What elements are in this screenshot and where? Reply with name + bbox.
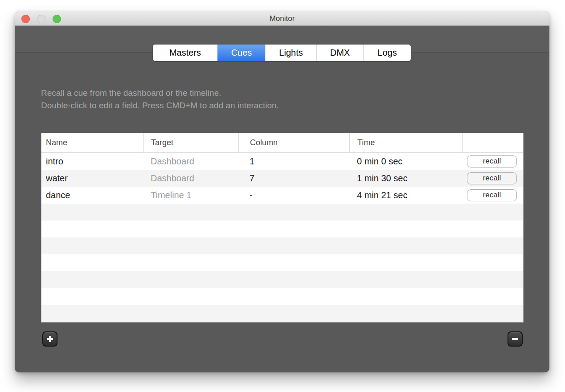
tab-lights[interactable]: Lights bbox=[265, 45, 316, 61]
table-row: dance Timeline 1 - 4 min 21 sec recall bbox=[41, 187, 523, 204]
empty-table-row bbox=[41, 237, 523, 254]
tab-label: DMX bbox=[330, 48, 350, 58]
column-header-target: Target bbox=[143, 133, 238, 152]
minus-icon bbox=[511, 335, 519, 343]
cell-target[interactable]: Dashboard bbox=[143, 170, 238, 187]
table-row: intro Dashboard 1 0 min 0 sec recall bbox=[41, 153, 523, 170]
cell-column[interactable]: 1 bbox=[238, 153, 349, 170]
monitor-window: Monitor MastersCuesLightsDMXLogs Recall … bbox=[15, 12, 549, 372]
tab-masters[interactable]: Masters bbox=[153, 45, 217, 61]
tab-cues[interactable]: Cues bbox=[217, 45, 265, 61]
recall-button[interactable]: recall bbox=[467, 172, 517, 184]
tab-label: Cues bbox=[231, 48, 252, 58]
cell-time[interactable]: 0 min 0 sec bbox=[349, 153, 462, 170]
instructions-line-2: Double-click to edit a field. Press CMD+… bbox=[41, 99, 279, 112]
empty-table-row bbox=[41, 254, 523, 271]
cell-name[interactable]: dance bbox=[41, 187, 143, 204]
tab-label: Logs bbox=[377, 48, 397, 58]
tab-bar: MastersCuesLightsDMXLogs bbox=[153, 45, 411, 61]
recall-button[interactable]: recall bbox=[467, 155, 517, 167]
cell-actions: recall bbox=[462, 187, 523, 204]
add-cue-button[interactable] bbox=[42, 331, 57, 347]
cell-name[interactable]: water bbox=[41, 170, 143, 187]
cell-target[interactable]: Timeline 1 bbox=[143, 187, 238, 204]
cell-actions: recall bbox=[462, 170, 523, 187]
window-title: Monitor bbox=[15, 12, 549, 26]
cell-name[interactable]: intro bbox=[41, 153, 143, 170]
cue-table-body: intro Dashboard 1 0 min 0 sec recall wat… bbox=[41, 153, 523, 322]
title-bar[interactable]: Monitor bbox=[15, 12, 549, 26]
cell-actions: recall bbox=[462, 153, 523, 170]
empty-table-row bbox=[41, 288, 523, 305]
table-row: water Dashboard 7 1 min 30 sec recall bbox=[41, 170, 523, 187]
cell-time[interactable]: 4 min 21 sec bbox=[349, 187, 462, 204]
tab-label: Lights bbox=[279, 48, 303, 58]
table-header-row: Name Target Column Time bbox=[41, 133, 523, 153]
instructions-line-1: Recall a cue from the dashboard or the t… bbox=[41, 87, 279, 99]
empty-table-row bbox=[41, 305, 523, 322]
cell-target[interactable]: Dashboard bbox=[143, 153, 238, 170]
column-header-column: Column bbox=[238, 133, 349, 152]
empty-table-row bbox=[41, 204, 523, 220]
instructions-text: Recall a cue from the dashboard or the t… bbox=[41, 87, 279, 112]
cue-table: Name Target Column Time intro Dashboard … bbox=[41, 133, 524, 323]
remove-cue-button[interactable] bbox=[508, 331, 523, 347]
tab-logs[interactable]: Logs bbox=[363, 45, 411, 61]
tab-dmx[interactable]: DMX bbox=[316, 45, 363, 61]
empty-table-row bbox=[41, 271, 523, 288]
recall-button[interactable]: recall bbox=[467, 189, 517, 201]
cell-column[interactable]: - bbox=[238, 187, 349, 204]
cell-time[interactable]: 1 min 30 sec bbox=[349, 170, 462, 187]
tab-label: Masters bbox=[169, 48, 201, 58]
empty-table-row bbox=[41, 220, 523, 237]
cell-column[interactable]: 7 bbox=[238, 170, 349, 187]
column-header-time: Time bbox=[349, 133, 462, 152]
column-header-name: Name bbox=[41, 133, 143, 152]
column-header-actions bbox=[462, 133, 523, 152]
plus-icon bbox=[46, 335, 54, 343]
